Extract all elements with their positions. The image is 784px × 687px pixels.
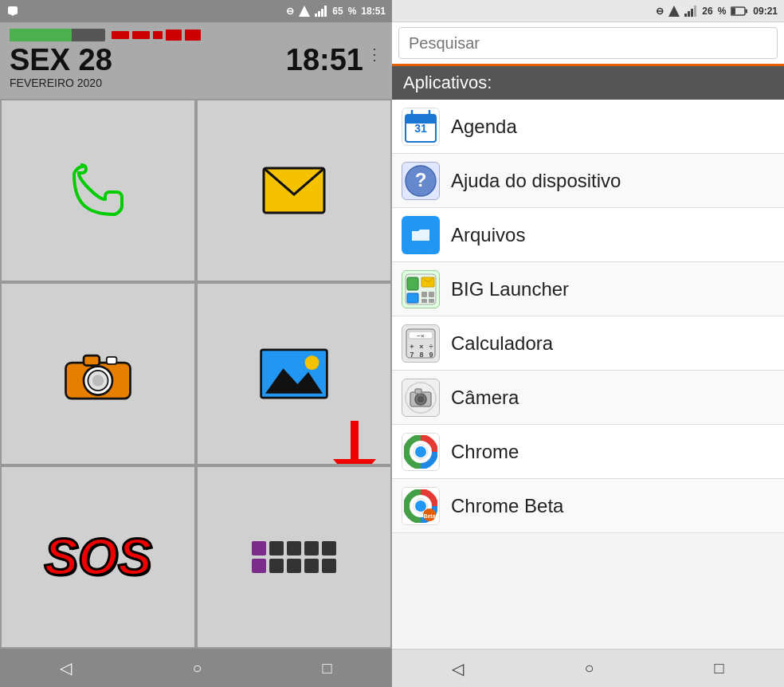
- svg-rect-41: [429, 292, 434, 297]
- svg-text:8: 8: [419, 351, 423, 359]
- arquivos-icon: [402, 216, 440, 254]
- list-item-arquivos[interactable]: Arquivos: [392, 208, 784, 262]
- home-button-left[interactable]: ○: [176, 653, 218, 684]
- calc-label: Calculadora: [451, 332, 553, 355]
- app-list: 31 Agenda ? Ajuda do dispositivo: [392, 100, 784, 649]
- red-arrow: [327, 421, 382, 465]
- svg-text:−×: −×: [417, 332, 425, 340]
- svg-text:÷: ÷: [429, 343, 433, 351]
- camera-label: Câmera: [451, 387, 519, 409]
- list-item-chrome[interactable]: Chrome: [392, 425, 784, 479]
- svg-rect-23: [694, 6, 696, 17]
- svg-point-11: [92, 375, 104, 386]
- svg-rect-25: [746, 9, 748, 13]
- svg-marker-19: [668, 6, 680, 17]
- dnd-icon-right: ⊖: [656, 6, 664, 17]
- mail-app-cell[interactable]: [196, 99, 392, 282]
- camera-list-icon: [402, 379, 440, 417]
- camera-app-cell[interactable]: [0, 282, 196, 465]
- svg-rect-39: [407, 293, 418, 303]
- svg-marker-18: [333, 459, 376, 465]
- bars-icon-left: [315, 6, 327, 17]
- svg-rect-20: [684, 14, 687, 17]
- nav-bar-left: ◁ ○ □: [0, 649, 392, 687]
- big-label: BIG Launcher: [451, 278, 569, 300]
- right-panel: ⊖ 26% 09:21 Aplicativos:: [392, 0, 784, 687]
- status-bar-right: ⊖ 26% 09:21: [392, 0, 784, 22]
- search-input[interactable]: [398, 27, 778, 59]
- list-item-camera[interactable]: Câmera: [392, 371, 784, 425]
- status-right-info: ⊖ 26% 09:21: [656, 6, 778, 17]
- svg-rect-57: [415, 389, 421, 394]
- list-item-big[interactable]: BIG Launcher: [392, 262, 784, 316]
- recent-button-right[interactable]: □: [698, 653, 739, 684]
- apps-launcher-icon: [244, 533, 344, 581]
- arquivos-label: Arquivos: [451, 224, 525, 246]
- chrome-icon: [402, 433, 440, 471]
- camera-icon: [62, 346, 134, 402]
- apps-launcher-cell[interactable]: [196, 465, 392, 649]
- svg-rect-26: [731, 8, 735, 14]
- nav-bar-right: ◁ ○ □: [392, 649, 784, 687]
- section-header: Aplicativos:: [392, 66, 784, 100]
- dnd-icon: ⊖: [286, 6, 294, 17]
- svg-text:7: 7: [410, 351, 414, 359]
- notification-icon: [6, 5, 19, 18]
- svg-rect-4: [318, 11, 320, 17]
- svg-rect-22: [691, 9, 693, 17]
- time-left: 18:51: [361, 6, 386, 17]
- svg-text:×: ×: [419, 343, 423, 351]
- chrome-label: Chrome: [451, 441, 519, 463]
- battery-icon-right: [731, 6, 748, 16]
- svg-rect-3: [315, 14, 317, 17]
- sos-app-cell[interactable]: SOS: [0, 465, 196, 649]
- list-item-calculadora[interactable]: −× + × ÷ 7 8 9 Calculadora: [392, 316, 784, 371]
- list-item-agenda[interactable]: 31 Agenda: [392, 100, 784, 154]
- svg-rect-37: [407, 277, 418, 290]
- mail-icon: [262, 167, 326, 214]
- svg-point-64: [415, 501, 426, 512]
- date-menu-dots[interactable]: ⋮: [367, 45, 382, 64]
- svg-rect-0: [8, 6, 18, 14]
- signal-icon-left: [299, 6, 310, 17]
- signal-icon-right: [668, 6, 680, 17]
- home-button-right[interactable]: ○: [568, 653, 610, 684]
- list-item-ajuda[interactable]: ? Ajuda do dispositivo: [392, 154, 784, 208]
- agenda-label: Agenda: [451, 116, 517, 138]
- svg-rect-6: [324, 6, 327, 17]
- sos-label: SOS: [44, 528, 151, 587]
- recent-button-left[interactable]: □: [306, 653, 347, 684]
- search-container: [392, 22, 784, 66]
- status-right-info-left: ⊖ 65% 18:51: [286, 6, 386, 17]
- chrome-beta-icon: Beta: [402, 487, 440, 525]
- battery-pct-right: 26: [702, 6, 712, 17]
- status-left-icons: [6, 5, 19, 18]
- date-battery-bar: [10, 29, 105, 41]
- svg-marker-1: [10, 14, 15, 16]
- gallery-app-cell[interactable]: [196, 282, 392, 465]
- phone-icon: [66, 159, 130, 222]
- svg-rect-40: [421, 292, 427, 297]
- bars-icon-right: [684, 6, 697, 17]
- gallery-icon: [258, 346, 330, 402]
- battery-pct-left: 65: [332, 6, 343, 17]
- left-panel: ⊖ 65% 18:51: [0, 0, 392, 687]
- ajuda-icon: ?: [402, 162, 440, 200]
- list-item-chrome-beta[interactable]: Beta Chrome Beta: [392, 479, 784, 533]
- svg-marker-2: [299, 6, 310, 17]
- date-time: 18:51: [286, 45, 363, 75]
- svg-rect-21: [688, 11, 690, 17]
- back-button-right[interactable]: ◁: [436, 653, 480, 685]
- date-dashes: [112, 29, 201, 41]
- ajuda-label: Ajuda do dispositivo: [451, 170, 621, 192]
- chrome-beta-label: Chrome Beta: [451, 495, 563, 517]
- time-right: 09:21: [753, 6, 778, 17]
- phone-app-cell[interactable]: [0, 99, 196, 282]
- back-button-left[interactable]: ◁: [44, 652, 88, 684]
- date-day: SEX 28: [10, 45, 112, 75]
- status-bar-left: ⊖ 65% 18:51: [0, 0, 392, 22]
- svg-point-16: [305, 355, 319, 370]
- svg-rect-5: [321, 9, 323, 17]
- svg-rect-42: [421, 299, 427, 303]
- date-widget: SEX 28 FEVEREIRO 2020 18:51 ⋮: [0, 22, 392, 99]
